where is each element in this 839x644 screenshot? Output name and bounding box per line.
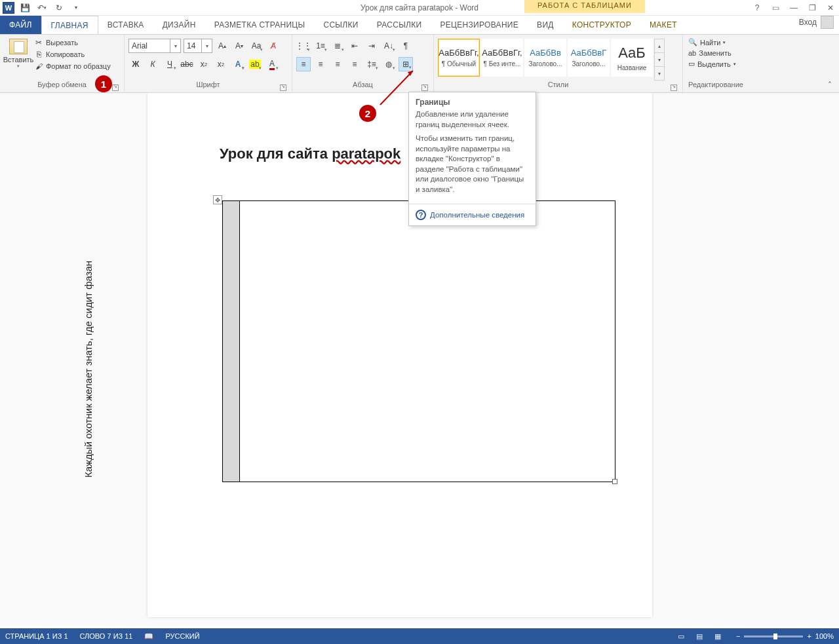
- show-marks-button[interactable]: ¶: [399, 39, 413, 53]
- binoculars-icon: 🔍: [688, 38, 697, 47]
- page[interactable]: Урок для сайта paratapok ✥ Каждый охотни…: [147, 93, 652, 617]
- align-right-button[interactable]: ≡: [330, 57, 345, 71]
- save-icon[interactable]: 💾: [18, 1, 31, 14]
- tab-references[interactable]: ССЫЛКИ: [314, 16, 367, 34]
- tab-table-layout[interactable]: МАКЕТ: [640, 16, 686, 34]
- shrink-font-button[interactable]: A▾: [232, 39, 246, 53]
- table-move-handle[interactable]: ✥: [213, 195, 222, 204]
- font-size-combo[interactable]: 14▾: [184, 39, 212, 53]
- grow-font-button[interactable]: A▴: [215, 39, 229, 53]
- web-layout-icon[interactable]: ▦: [711, 631, 724, 641]
- tab-insert[interactable]: ВСТАВКА: [98, 16, 153, 34]
- tab-review[interactable]: РЕЦЕНЗИРОВАНИЕ: [431, 16, 528, 34]
- change-case-button[interactable]: Aa: [249, 39, 263, 53]
- style-heading1[interactable]: АаБбВвЗаголово...: [524, 39, 566, 77]
- status-proofing-icon[interactable]: 📖: [144, 632, 153, 641]
- italic-button[interactable]: К: [146, 57, 160, 71]
- style-heading2[interactable]: АаБбВвГЗаголово...: [568, 39, 610, 77]
- font-dialog-launcher[interactable]: [280, 85, 286, 91]
- styles-dialog-launcher[interactable]: [671, 85, 677, 91]
- zoom-level[interactable]: 100%: [815, 632, 834, 640]
- view-buttons: ▭ ▤ ▦: [674, 631, 724, 641]
- table-resize-handle[interactable]: [612, 479, 617, 484]
- zoom-slider[interactable]: [744, 635, 803, 637]
- ribbon-display-icon[interactable]: ▭: [770, 2, 781, 14]
- find-button[interactable]: 🔍Найти▾: [687, 37, 737, 47]
- scissors-icon: [34, 38, 43, 47]
- cut-button[interactable]: Вырезать: [33, 37, 112, 48]
- help-icon[interactable]: ?: [751, 2, 763, 14]
- tab-home[interactable]: ГЛАВНАЯ: [41, 16, 98, 34]
- underline-button[interactable]: Ч: [163, 57, 177, 71]
- style-gallery: АаБбВвГг,¶ Обычный АаБбВвГг,¶ Без инте..…: [438, 36, 665, 81]
- style-gallery-more[interactable]: ▾: [655, 67, 664, 80]
- tab-file[interactable]: ФАЙЛ: [0, 16, 41, 34]
- superscript-button[interactable]: x2: [214, 57, 228, 71]
- style-gallery-up[interactable]: ▴: [655, 39, 664, 53]
- tooltip-line1: Добавление или удаление границ выделенны…: [416, 109, 529, 130]
- paragraph-dialog-launcher[interactable]: [421, 85, 428, 91]
- collapse-ribbon-icon[interactable]: ˄: [825, 81, 835, 90]
- font-size-value: 14: [187, 41, 195, 50]
- font-name-combo[interactable]: Arial▾: [128, 39, 181, 53]
- word-app-icon[interactable]: W: [3, 2, 14, 14]
- align-center-button[interactable]: ≡: [313, 57, 328, 71]
- select-button[interactable]: ▭Выделить▾: [687, 59, 737, 69]
- window-controls: ? ▭ — ❐ ✕: [751, 2, 836, 14]
- decrease-indent-button[interactable]: ⇤: [347, 39, 362, 53]
- zoom-in-button[interactable]: +: [807, 632, 811, 640]
- tab-design[interactable]: ДИЗАЙН: [153, 16, 205, 34]
- tab-mailings[interactable]: РАССЫЛКИ: [368, 16, 431, 34]
- style-no-spacing[interactable]: АаБбВвГг,¶ Без инте...: [481, 39, 523, 77]
- document-title: Урок для сайта paratapok: [220, 145, 593, 162]
- tab-page-layout[interactable]: РАЗМЕТКА СТРАНИЦЫ: [205, 16, 315, 34]
- increase-indent-button[interactable]: ⇥: [364, 39, 379, 53]
- font-color-button[interactable]: A: [265, 57, 279, 71]
- zoom-out-button[interactable]: −: [736, 632, 740, 640]
- tooltip-more-link[interactable]: ? Дополнительные сведения: [409, 204, 536, 225]
- read-mode-icon[interactable]: ▭: [674, 631, 688, 641]
- status-words[interactable]: СЛОВО 7 ИЗ 11: [80, 632, 133, 640]
- subscript-button[interactable]: x2: [197, 57, 211, 71]
- replace-label: Заменить: [699, 49, 731, 57]
- replace-icon: ab: [688, 49, 696, 57]
- login-area[interactable]: Вход: [799, 16, 834, 29]
- style-gallery-nav: ▴ ▾ ▾: [654, 39, 665, 81]
- align-left-button[interactable]: ≡: [296, 57, 311, 71]
- bullets-button[interactable]: ⋮⋮: [296, 39, 311, 53]
- highlight-button[interactable]: ab: [248, 57, 262, 71]
- justify-button[interactable]: ≡: [347, 57, 362, 71]
- document-table[interactable]: Каждый охотник желает знать, где сидит ф…: [222, 200, 615, 482]
- style-gallery-down[interactable]: ▾: [655, 53, 664, 67]
- clipboard-dialog-launcher[interactable]: [112, 85, 119, 91]
- numbering-button[interactable]: 1≡: [313, 39, 328, 53]
- strikethrough-button[interactable]: abc: [180, 57, 194, 71]
- clear-formatting-button[interactable]: A̸: [266, 39, 281, 53]
- table-cell-vertical[interactable]: Каждый охотник желает знать, где сидит ф…: [223, 201, 240, 482]
- tab-view[interactable]: ВИД: [528, 16, 563, 34]
- text-effects-button[interactable]: A: [231, 57, 245, 71]
- redo-icon[interactable]: ↻: [52, 1, 66, 14]
- replace-button[interactable]: abЗаменить: [687, 48, 737, 58]
- format-painter-button[interactable]: Формат по образцу: [33, 61, 112, 71]
- maximize-icon[interactable]: ❐: [806, 2, 818, 14]
- print-layout-icon[interactable]: ▤: [693, 631, 706, 641]
- multilevel-button[interactable]: ≣: [330, 39, 345, 53]
- status-language[interactable]: РУССКИЙ: [165, 632, 199, 640]
- style-normal[interactable]: АаБбВвГг,¶ Обычный: [438, 39, 480, 77]
- paste-button[interactable]: Вставить ▾: [4, 36, 33, 81]
- group-styles-label: Стили: [548, 81, 569, 88]
- minimize-icon[interactable]: —: [788, 2, 800, 14]
- close-icon[interactable]: ✕: [825, 2, 836, 14]
- style-title[interactable]: АаБНазвание: [611, 39, 653, 77]
- table-cell-main[interactable]: [240, 201, 615, 482]
- sort-button[interactable]: A↓: [381, 39, 396, 53]
- copy-button[interactable]: Копировать: [33, 49, 112, 60]
- group-paragraph-label: Абзац: [353, 81, 373, 88]
- status-page[interactable]: СТРАНИЦА 1 ИЗ 1: [5, 632, 68, 640]
- tab-table-constructor[interactable]: КОНСТРУКТОР: [563, 16, 640, 34]
- qat-customize-icon[interactable]: ▾: [69, 1, 83, 14]
- undo-icon[interactable]: ↶▾: [35, 1, 49, 14]
- group-editing: 🔍Найти▾ abЗаменить ▭Выделить▾ Редактиров…: [683, 35, 749, 92]
- bold-button[interactable]: Ж: [128, 57, 143, 71]
